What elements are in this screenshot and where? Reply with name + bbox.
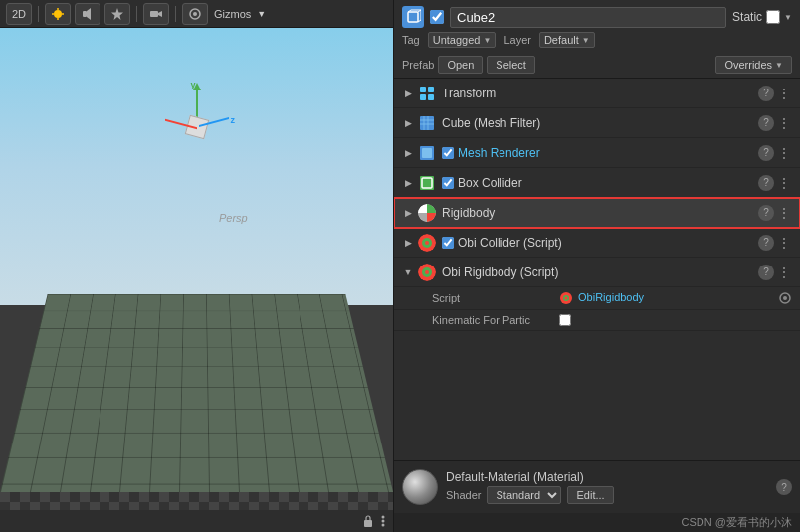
help-transform[interactable]: ?: [758, 86, 774, 101]
component-rigidbody[interactable]: ▶ Rigidbody ? ⋮: [394, 198, 800, 228]
settings-mesh[interactable]: ⋮: [776, 115, 792, 131]
checkbox-obi-collider[interactable]: [442, 237, 454, 249]
static-chevron[interactable]: ▼: [784, 13, 792, 22]
component-name-rigidbody: Rigidbody: [442, 206, 754, 220]
prefab-row: Prefab Open Select Overrides ▼: [394, 52, 800, 79]
material-info: Default-Material (Material) Shader Stand…: [446, 470, 764, 504]
prefab-label: Prefab: [402, 59, 434, 71]
scene-panel: 2D Gizmos ▼ y: [0, 0, 393, 532]
kinematic-sub-row: Kinematic For Partic: [394, 310, 800, 331]
persp-label: Persp: [219, 212, 248, 224]
shader-row: Shader Standard Edit...: [446, 486, 764, 504]
component-obi-collider[interactable]: ▶ Obi Collider (Script) ? ⋮: [394, 228, 800, 258]
expand-arrow-collider: ▶: [402, 177, 414, 189]
svg-point-38: [425, 241, 429, 245]
obj-name-input[interactable]: [450, 7, 726, 28]
select-btn[interactable]: Select: [487, 56, 535, 74]
expand-arrow-obi-collider: ▶: [402, 237, 414, 249]
btn-2d[interactable]: 2D: [6, 3, 32, 25]
component-name-transform: Transform: [442, 87, 754, 100]
component-box-collider[interactable]: ▶ Box Collider ? ⋮: [394, 168, 800, 198]
icon-box-collider: [418, 174, 436, 192]
help-rigidbody[interactable]: ?: [758, 205, 774, 221]
btn-gizmos[interactable]: [182, 3, 208, 25]
scene-content[interactable]: y z Persp: [0, 28, 393, 532]
help-material[interactable]: ?: [776, 479, 792, 495]
static-label: Static: [732, 10, 762, 24]
help-renderer[interactable]: ?: [758, 145, 774, 161]
btn-audio[interactable]: [75, 3, 100, 25]
expand-arrow-renderer: ▶: [402, 147, 414, 159]
icon-obi-collider: [418, 234, 436, 252]
svg-rect-22: [420, 87, 426, 92]
components-list: ▶ Transform ? ⋮ ▶ Cube (Mesh Filter) ? ⋮…: [394, 79, 800, 460]
help-mesh[interactable]: ?: [758, 115, 774, 131]
settings-obi-collider[interactable]: ⋮: [776, 235, 792, 251]
kinematic-checkbox[interactable]: [559, 314, 571, 326]
svg-point-41: [425, 270, 429, 274]
scene-gizmo[interactable]: y z: [147, 78, 247, 177]
btn-camera-mode[interactable]: [143, 3, 169, 25]
expand-arrow-transform: ▶: [402, 88, 414, 99]
static-check-row: Static ▼: [732, 10, 792, 24]
open-btn[interactable]: Open: [438, 56, 483, 74]
object-icon: [402, 6, 424, 28]
inspector-header: Static ▼ Tag Untagged ▼ Layer Default ▼: [394, 0, 800, 52]
svg-point-46: [783, 296, 787, 300]
component-name-obi-collider: Obi Collider (Script): [458, 236, 754, 250]
material-section: Default-Material (Material) Shader Stand…: [394, 460, 800, 513]
svg-rect-32: [422, 148, 432, 158]
help-obi-rigidbody[interactable]: ?: [758, 265, 774, 280]
script-sub-row: Script ObiRigidbody: [394, 287, 800, 310]
svg-rect-23: [428, 87, 434, 92]
icon-mesh-filter: [418, 114, 436, 132]
layer-label: Layer: [503, 34, 531, 46]
help-obi-collider[interactable]: ?: [758, 235, 774, 251]
svg-rect-24: [420, 94, 426, 100]
svg-rect-12: [364, 520, 372, 527]
axis-y: [196, 86, 198, 120]
layer-dropdown[interactable]: Default ▼: [539, 32, 595, 48]
icon-rigidbody: [418, 204, 436, 222]
svg-point-11: [193, 12, 197, 16]
shader-dropdown[interactable]: Standard: [487, 486, 561, 504]
obj-active-checkbox[interactable]: [430, 10, 444, 24]
settings-transform[interactable]: ⋮: [776, 86, 792, 101]
checkbox-collider[interactable]: [442, 177, 454, 189]
component-mesh-filter[interactable]: ▶ Cube (Mesh Filter) ? ⋮: [394, 108, 800, 138]
shader-label: Shader: [446, 489, 481, 501]
settings-obi-rigidbody[interactable]: ⋮: [776, 265, 792, 280]
edit-btn[interactable]: Edit...: [567, 486, 613, 504]
btn-lights[interactable]: [45, 3, 71, 25]
btn-fx[interactable]: [104, 3, 130, 25]
layer-chevron: ▼: [582, 36, 590, 45]
svg-rect-8: [150, 11, 158, 17]
static-checkbox[interactable]: [766, 10, 780, 24]
settings-collider[interactable]: ⋮: [776, 175, 792, 191]
script-settings-icon[interactable]: [778, 291, 792, 305]
overrides-btn[interactable]: Overrides ▼: [715, 56, 792, 74]
svg-point-0: [54, 10, 62, 18]
component-obi-rigidbody[interactable]: ▼ Obi Rigidbody (Script) ? ⋮: [394, 258, 800, 287]
tag-value: Untagged: [433, 34, 481, 46]
gizmos-chevron: ▼: [257, 9, 266, 19]
svg-marker-6: [87, 8, 91, 20]
icon-obi-rigidbody: [418, 264, 436, 281]
script-value: ObiRigidbody: [559, 291, 644, 305]
component-transform[interactable]: ▶ Transform ? ⋮: [394, 79, 800, 108]
lock-icon: [361, 514, 375, 528]
checkbox-renderer[interactable]: [442, 147, 454, 159]
settings-rigidbody[interactable]: ⋮: [776, 205, 792, 221]
icon-transform: [418, 85, 436, 102]
svg-rect-16: [408, 12, 418, 22]
expand-arrow-obi-rigidbody: ▼: [402, 266, 414, 278]
tag-layer-row: Tag Untagged ▼ Layer Default ▼: [402, 32, 792, 48]
component-name-mesh: Cube (Mesh Filter): [442, 116, 754, 130]
help-collider[interactable]: ?: [758, 175, 774, 191]
settings-renderer[interactable]: ⋮: [776, 145, 792, 161]
component-mesh-renderer[interactable]: ▶ Mesh Renderer ? ⋮: [394, 138, 800, 168]
tag-dropdown[interactable]: Untagged ▼: [428, 32, 497, 48]
script-icon: [559, 291, 573, 305]
material-name: Default-Material (Material): [446, 470, 764, 484]
gizmos-label: Gizmos: [214, 8, 251, 20]
